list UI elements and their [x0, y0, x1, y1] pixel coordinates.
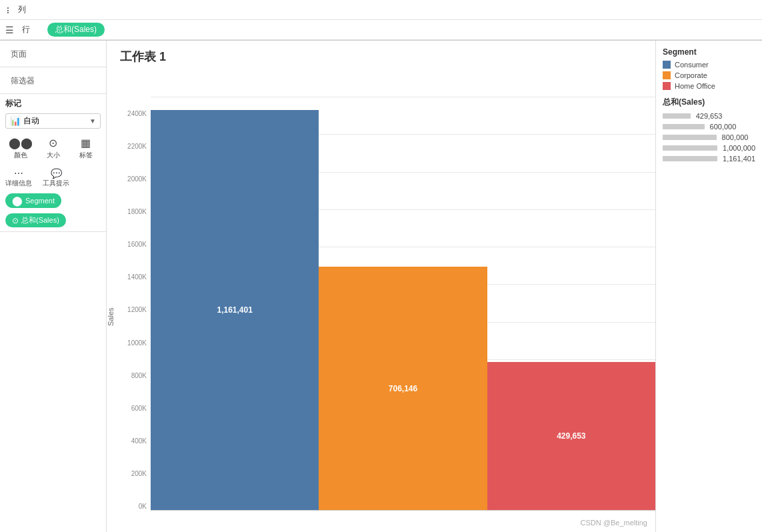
segment-pill[interactable]: ⬤ Segment [5, 193, 61, 208]
legend-size-label-1: 429,653 [696, 112, 723, 120]
marks-grid: ⬤⬤ 颜色 ⊙ 大小 ▦ 标签 [5, 134, 101, 163]
legend-color-corporate [663, 71, 671, 79]
row-label: 行 [22, 24, 42, 35]
pill-area: ⬤ Segment ⊙ 总和(Sales) [5, 193, 101, 227]
legend-size-bar-4 [663, 145, 717, 151]
tooltip-label: 工具提示 [43, 179, 69, 188]
marks-detail-btn[interactable]: ⋯ 详细信息 [5, 168, 32, 188]
main-area: 页面 筛选器 标记 📊 自动 ▼ ⬤⬤ 颜色 ⊙ 大小 [0, 41, 762, 532]
legend-size-section: 总和(Sales) 429,653 600,000 800,000 1,000,… [663, 97, 755, 163]
chart-area: 工作表 1 Sales 2400K 2200K 2000K 1800K 1600… [107, 41, 655, 532]
y-axis-title: Sales [107, 110, 115, 523]
legend-size-item-4: 1,000,000 [663, 144, 755, 152]
tooltip-icon: 💬 [51, 168, 62, 179]
legend-color-consumer [663, 61, 671, 69]
bar-consumer-label: 1,161,401 [217, 305, 252, 315]
col-label: 列 [18, 4, 38, 15]
y-label-1600k: 1600K [127, 241, 147, 248]
legend-label-homeoffice: Home Office [675, 82, 715, 90]
legend-label-consumer: Consumer [675, 61, 709, 69]
legend-item-corporate: Corporate [663, 71, 755, 79]
bars-wrapper: 1,161,401 706,146 429,653 [151, 97, 655, 523]
detail-icon: ⋯ [14, 168, 23, 179]
marks-size-btn[interactable]: ⊙ 大小 [38, 134, 68, 163]
y-label-600k: 600K [131, 405, 147, 412]
page-section: 页面 [0, 41, 106, 67]
bar-homeoffice-label: 429,653 [557, 431, 585, 441]
sales-pill[interactable]: ⊙ 总和(Sales) [5, 213, 66, 227]
size-label: 大小 [47, 151, 60, 160]
chart-container: Sales 2400K 2200K 2000K 1800K 1600K 1400… [107, 70, 655, 523]
y-label-2400k: 2400K [127, 110, 147, 117]
marks-detail-row: ⋯ 详细信息 💬 工具提示 [5, 168, 101, 188]
x-axis [151, 510, 655, 523]
sales-pill-label: 总和(Sales) [21, 215, 59, 225]
marks-tooltip-btn[interactable]: 💬 工具提示 [43, 168, 69, 188]
legend-size-item-5: 1,161,401 [663, 155, 755, 163]
y-label-400k: 400K [131, 437, 147, 445]
y-label-200k: 200K [131, 470, 147, 477]
legend-size-item-2: 600,000 [663, 123, 755, 131]
marks-title: 标记 [5, 98, 101, 109]
bar-corporate[interactable]: 706,146 [319, 267, 487, 510]
marks-color-btn[interactable]: ⬤⬤ 颜色 [5, 134, 35, 163]
page-label: 页面 [5, 45, 101, 63]
bars-area: 1,161,401 706,146 429,653 [151, 97, 655, 510]
watermark: CSDN @Be_melting [581, 519, 647, 527]
bar-homeoffice[interactable]: 429,653 [487, 362, 655, 510]
marks-type-label: 自动 [23, 115, 39, 127]
marks-type-icon: 📊 [10, 116, 21, 126]
legend-label-corporate: Corporate [675, 71, 707, 79]
legend-size-title: 总和(Sales) [663, 97, 755, 108]
segment-pill-dot: ⬤ [12, 195, 23, 206]
color-icon: ⬤⬤ [9, 137, 33, 149]
y-label-1400k: 1400K [127, 273, 147, 281]
y-label-2200k: 2200K [127, 143, 147, 150]
marks-label-btn[interactable]: ▦ 标签 [71, 134, 101, 163]
color-label: 颜色 [14, 151, 27, 160]
size-icon: ⊙ [49, 137, 57, 149]
y-label-2000k: 2000K [127, 175, 147, 183]
marks-type-dropdown[interactable]: 📊 自动 ▼ [5, 113, 101, 129]
sales-pill-dot: ⊙ [12, 216, 19, 225]
y-label-0k: 0K [139, 503, 147, 510]
row-icon: ☰ [5, 25, 14, 35]
toolbar-col-row: ⫶ 列 [0, 0, 762, 20]
legend-size-bar-3 [663, 135, 717, 140]
legend-segment-title: Segment [663, 47, 755, 57]
toolbar-row-row: ☰ 行 总和(Sales) [0, 20, 762, 40]
row-pill[interactable]: 总和(Sales) [47, 23, 105, 37]
col-icon: ⫶ [5, 5, 10, 15]
legend-size-label-4: 1,000,000 [723, 144, 755, 152]
detail-label: 详细信息 [5, 179, 32, 188]
legend-size-item-3: 800,000 [663, 133, 755, 141]
segment-pill-label: Segment [25, 197, 55, 205]
legend-size-bar-2 [663, 124, 705, 129]
legend-size-label-3: 800,000 [722, 133, 749, 141]
toolbar: ⫶ 列 ☰ 行 总和(Sales) [0, 0, 762, 41]
y-label-1000k: 1000K [127, 339, 147, 347]
legend-size-label-5: 1,161,401 [723, 155, 755, 163]
legend-size-bar-1 [663, 113, 691, 119]
label-label: 标签 [79, 151, 93, 160]
legend-size-label-2: 600,000 [710, 123, 737, 131]
legend-item-consumer: Consumer [663, 61, 755, 69]
legend-panel: Segment Consumer Corporate Home Office 总… [655, 41, 762, 532]
sidebar: 页面 筛选器 标记 📊 自动 ▼ ⬤⬤ 颜色 ⊙ 大小 [0, 41, 107, 532]
legend-size-item-1: 429,653 [663, 112, 755, 120]
legend-color-homeoffice [663, 82, 671, 90]
label-icon: ▦ [81, 137, 91, 149]
dropdown-chevron: ▼ [89, 117, 96, 125]
bar-consumer[interactable]: 1,161,401 [151, 110, 319, 510]
legend-size-bar-5 [663, 156, 717, 161]
chart-title: 工作表 1 [107, 49, 655, 65]
filter-label: 筛选器 [5, 71, 101, 89]
filter-section: 筛选器 [0, 67, 106, 94]
bar-corporate-label: 706,146 [389, 384, 417, 393]
y-label-1200k: 1200K [127, 306, 147, 313]
legend-item-homeoffice: Home Office [663, 82, 755, 90]
y-axis: 2400K 2200K 2000K 1800K 1600K 1400K 1200… [117, 110, 151, 523]
y-label-800k: 800K [131, 372, 147, 379]
marks-section: 标记 📊 自动 ▼ ⬤⬤ 颜色 ⊙ 大小 ▦ 标签 [0, 94, 106, 232]
y-label-1800k: 1800K [127, 208, 147, 215]
